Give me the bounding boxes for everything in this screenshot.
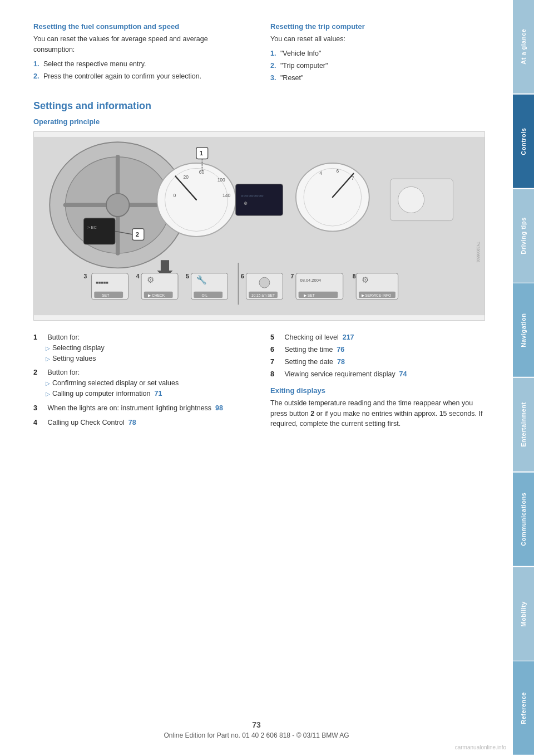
item-7: 7 Setting the date 78 [270,356,485,367]
item-6: 6 Setting the time 76 [270,344,485,355]
sidebar-tab-label: At a glance [520,29,527,65]
page-footer: 73 Online Edition for Part no. 01 40 2 6… [0,720,513,739]
svg-point-53 [259,277,270,288]
trip-step-2: 2. "Trip computer" [270,60,485,71]
sidebar-tab-communications[interactable]: Communications [513,473,534,566]
exiting-heading: Exiting displays [270,386,485,395]
svg-text:60: 60 [199,169,205,175]
svg-rect-14 [236,184,283,215]
fuel-consumption-section: Resetting the fuel consumption and speed… [33,22,248,85]
fuel-step-2: 2. Press the controller again to confirm… [33,71,248,82]
svg-text:140: 140 [222,193,230,198]
svg-rect-30 [83,218,115,244]
bottom-right: 5 Checking oil level 217 6 Setting the t… [270,332,485,435]
sidebar: At a glance Controls Driving tips Naviga… [513,0,534,756]
svg-text:10:15 am SET: 10:15 am SET [251,293,275,297]
svg-text:SET: SET [102,293,109,297]
item-8: 8 Viewing service requirement display 74 [270,369,485,380]
svg-rect-48 [194,291,222,297]
svg-text:8: 8 [353,273,356,279]
operating-principle-heading: Operating principle [33,117,485,126]
svg-text:▶ SERVICE-INFO: ▶ SERVICE-INFO [362,293,392,297]
sidebar-tab-entertainment[interactable]: Entertainment [513,378,534,472]
sidebar-tab-controls[interactable]: Controls [513,95,534,188]
svg-text:⚙: ⚙ [362,274,369,284]
svg-text:0: 0 [174,193,176,198]
fuel-heading: Resetting the fuel consumption and speed [33,22,248,31]
sidebar-tab-mobility[interactable]: Mobility [513,567,534,661]
bottom-section: 1 Button for: ▷Selecting display ▷Settin… [33,332,485,435]
svg-text:○○○○○○○○○: ○○○○○○○○○ [241,193,264,198]
sidebar-tab-label: Communications [520,493,527,546]
sidebar-tab-reference[interactable]: Reference [513,661,534,755]
sidebar-tab-label: Controls [520,127,527,155]
watermark: carmanualonline.info [455,744,506,750]
svg-text:OIL: OIL [201,293,207,297]
trip-heading: Resetting the trip computer [270,22,485,31]
sidebar-tab-label: Reference [520,692,527,724]
svg-text:2: 2 [136,231,139,238]
svg-text:4: 4 [136,273,140,279]
sidebar-tab-driving-tips[interactable]: Driving tips [513,189,534,283]
svg-text:> BC: > BC [87,224,97,229]
svg-text:3: 3 [83,273,87,279]
trip-step-1: 1. "Vehicle Info" [270,48,485,59]
svg-text:08.04.2004: 08.04.2004 [300,278,321,283]
trip-intro: You can reset all values: [270,34,485,45]
svg-text:TY32086501: TY32086501 [476,242,480,263]
svg-text:6: 6 [241,273,244,279]
sidebar-tab-label: Mobility [520,601,527,627]
item-3: 3 When the lights are on: instrument lig… [33,402,248,414]
right-item-list: 5 Checking oil level 217 6 Setting the t… [270,332,485,380]
svg-text:7: 7 [352,175,354,181]
dashboard-image: 20 60 100 140 0 ○○○○○○○○○ ⚙ 4 6 7 1 [33,131,485,321]
sidebar-tab-label: Driving tips [520,217,527,254]
item-1: 1 Button for: ▷Selecting display ▷Settin… [33,332,248,364]
fuel-steps: 1. Select the respective menu entry. 2. … [33,58,248,82]
settings-title: Settings and information [33,100,485,112]
trip-steps: 1. "Vehicle Info" 2. "Trip computer" 3. … [270,48,485,84]
trip-computer-section: Resetting the trip computer You can rese… [270,22,485,85]
dashboard-svg: 20 60 100 140 0 ○○○○○○○○○ ⚙ 4 6 7 1 [34,132,484,320]
svg-text:🔧: 🔧 [196,274,207,284]
svg-text:⚙: ⚙ [244,201,248,206]
svg-text:7: 7 [291,273,294,279]
svg-text:▶ CHECK: ▶ CHECK [148,293,165,297]
bottom-left: 1 Button for: ▷Selecting display ▷Settin… [33,332,248,435]
copyright-text: Online Edition for Part no. 01 40 2 606 … [164,732,349,739]
svg-text:6: 6 [336,168,339,174]
svg-text:5: 5 [186,273,189,279]
exiting-text: The outside temperature reading and the … [270,398,485,429]
svg-text:1: 1 [200,150,203,156]
item-5: 5 Checking oil level 217 [270,332,485,343]
sidebar-tab-navigation[interactable]: Navigation [513,283,534,377]
svg-point-5 [106,193,129,216]
item-2: 2 Button for: ▷Confirming selected displ… [33,367,248,399]
top-section: Resetting the fuel consumption and speed… [33,22,485,85]
svg-text:■■■■■: ■■■■■ [96,279,108,284]
svg-point-24 [398,186,424,213]
sidebar-tab-label: Entertainment [520,402,527,447]
sidebar-tab-at-a-glance[interactable]: At a glance [513,0,534,94]
svg-text:▶ SET: ▶ SET [304,293,315,297]
svg-text:20: 20 [183,174,189,180]
fuel-step-1: 1. Select the respective menu entry. [33,58,248,70]
svg-text:100: 100 [217,177,225,183]
left-item-list: 1 Button for: ▷Selecting display ▷Settin… [33,332,248,428]
sidebar-tab-label: Navigation [520,313,527,347]
page-number: 73 [0,720,513,729]
trip-step-3: 3. "Reset" [270,72,485,84]
fuel-intro: You can reset the values for average spe… [33,34,248,55]
svg-text:⚙: ⚙ [147,274,154,284]
item-4: 4 Calling up Check Control 78 [33,417,248,428]
main-content: Resetting the fuel consumption and speed… [0,0,513,756]
svg-text:4: 4 [319,170,322,175]
